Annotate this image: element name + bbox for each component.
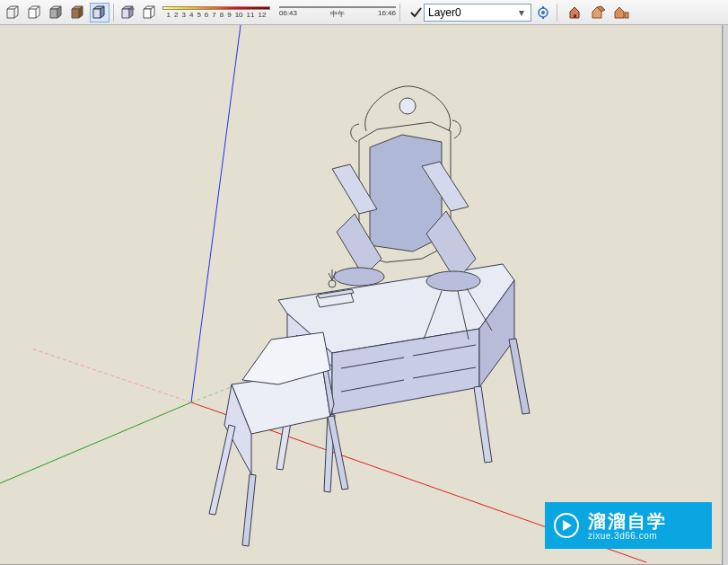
3d-viewport[interactable] <box>0 25 723 565</box>
style-hidden-button[interactable] <box>25 3 45 22</box>
svg-marker-74 <box>242 332 330 384</box>
svg-marker-56 <box>332 164 377 214</box>
svg-line-46 <box>296 356 332 389</box>
svg-marker-13 <box>79 6 83 18</box>
month-labels: 1 2 3 4 5 6 7 8 9 10 11 12 <box>167 11 267 19</box>
svg-point-20 <box>127 7 135 9</box>
svg-marker-77 <box>328 416 348 490</box>
svg-marker-66 <box>318 289 354 298</box>
svg-line-38 <box>31 349 191 402</box>
building-preset-3-button[interactable] <box>611 3 631 22</box>
svg-marker-32 <box>615 7 624 18</box>
shadow-settings-button[interactable] <box>139 3 159 22</box>
svg-marker-22 <box>144 9 151 18</box>
month-slider[interactable]: 1 2 3 4 5 6 7 8 9 10 11 12 <box>162 6 270 19</box>
svg-rect-27 <box>542 17 544 19</box>
building-presets <box>566 3 631 22</box>
building-preset-1-button[interactable] <box>566 3 586 22</box>
layer-manager-button[interactable] <box>533 3 553 22</box>
svg-line-44 <box>341 358 404 368</box>
svg-marker-72 <box>224 384 251 474</box>
svg-point-58 <box>334 268 384 286</box>
svg-marker-54 <box>370 135 442 252</box>
svg-marker-15 <box>93 9 101 18</box>
watermark-title: 溜溜自学 <box>588 511 667 531</box>
svg-line-69 <box>332 271 336 280</box>
svg-rect-29 <box>574 14 576 18</box>
vertical-scrollbar[interactable] <box>723 25 728 565</box>
svg-line-35 <box>0 402 191 483</box>
svg-marker-53 <box>359 122 451 262</box>
svg-marker-52 <box>509 339 530 414</box>
display-styles-group <box>4 3 110 22</box>
svg-marker-50 <box>324 414 335 492</box>
svg-rect-33 <box>625 13 628 18</box>
svg-marker-18 <box>122 9 129 18</box>
svg-marker-57 <box>337 214 382 277</box>
svg-marker-10 <box>57 6 61 18</box>
style-wireframe-button[interactable] <box>4 3 23 22</box>
svg-marker-49 <box>276 374 299 470</box>
watermark-badge: 溜溜自学 zixue.3d66.com <box>545 502 712 549</box>
svg-marker-9 <box>50 9 57 18</box>
svg-line-36 <box>191 304 449 402</box>
toolbar-separator <box>113 4 114 22</box>
svg-point-67 <box>329 280 336 287</box>
svg-line-68 <box>329 273 332 280</box>
chevron-down-icon: ▾ <box>516 6 527 19</box>
svg-marker-12 <box>72 9 79 18</box>
svg-marker-73 <box>323 365 334 417</box>
svg-marker-40 <box>287 313 332 414</box>
svg-point-61 <box>426 271 480 291</box>
svg-marker-39 <box>278 264 514 353</box>
svg-marker-71 <box>232 371 330 434</box>
svg-line-34 <box>191 25 241 402</box>
svg-line-43 <box>296 335 332 366</box>
svg-marker-60 <box>426 211 476 281</box>
svg-marker-59 <box>422 162 469 211</box>
time-slider[interactable]: 06:43 中午 16:46 <box>279 6 396 19</box>
watermark-subtitle: zixue.3d66.com <box>588 531 667 541</box>
svg-line-63 <box>458 291 469 340</box>
check-icon <box>409 6 422 19</box>
svg-rect-26 <box>542 6 544 8</box>
style-shaded-button[interactable] <box>47 3 66 22</box>
svg-line-62 <box>424 291 442 340</box>
svg-marker-42 <box>479 280 514 387</box>
svg-marker-23 <box>151 6 154 18</box>
svg-line-64 <box>467 288 492 331</box>
main-toolbar: 1 2 3 4 5 6 7 8 9 10 11 12 06:43 中午 16:4… <box>0 0 728 25</box>
svg-marker-76 <box>242 474 256 546</box>
layer-group: Layer0 ▾ <box>409 3 553 22</box>
svg-marker-51 <box>474 386 492 463</box>
layer-name: Layer0 <box>428 6 461 19</box>
shadow-toggle-button[interactable] <box>118 3 137 22</box>
svg-line-45 <box>413 345 476 356</box>
style-shaded-textures-button[interactable] <box>68 3 88 22</box>
svg-marker-75 <box>209 425 235 515</box>
svg-point-25 <box>541 11 545 14</box>
building-preset-2-button[interactable] <box>589 3 609 22</box>
svg-marker-65 <box>316 291 354 307</box>
toolbar-separator <box>399 4 400 22</box>
play-icon <box>545 511 588 540</box>
svg-line-48 <box>413 367 476 378</box>
layer-dropdown[interactable]: Layer0 ▾ <box>424 4 531 22</box>
time-labels: 06:43 中午 16:46 <box>279 9 396 19</box>
svg-point-55 <box>399 98 416 114</box>
shadow-group <box>118 3 159 22</box>
toolbar-separator <box>557 4 557 22</box>
svg-marker-79 <box>563 520 572 531</box>
svg-marker-16 <box>101 6 104 18</box>
svg-marker-41 <box>332 329 479 414</box>
svg-line-47 <box>341 380 404 392</box>
style-monochrome-button[interactable] <box>90 3 110 22</box>
